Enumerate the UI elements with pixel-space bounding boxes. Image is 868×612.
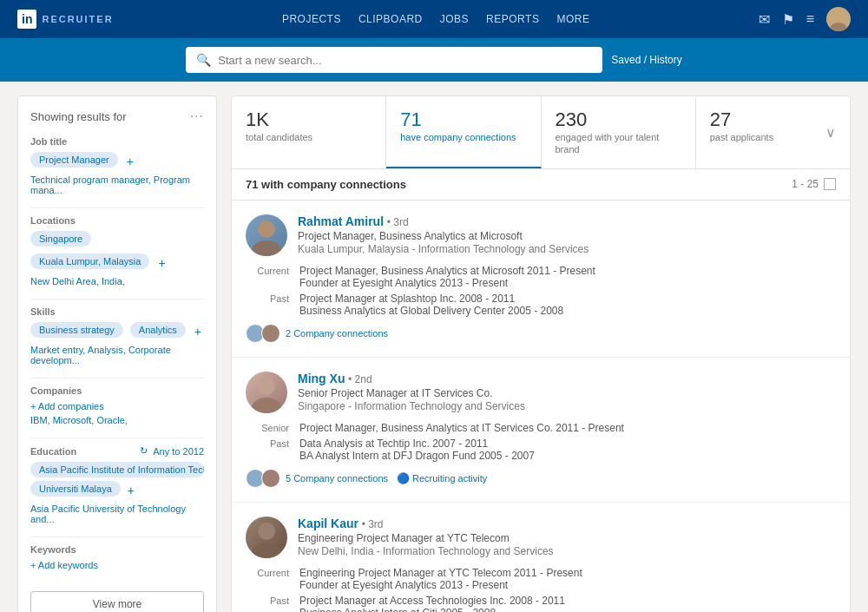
keywords-filter: Keywords + Add keywords [30,544,204,570]
stat-engaged[interactable]: 230 engaged with your talent brand [542,96,696,168]
connections-row-2: 5 Company connections 🔵 Recruiting activ… [246,469,836,488]
conn-avatar-b [261,324,280,343]
divider-4 [30,438,204,438]
edu-suggestion[interactable]: Asia Pacific University of Technology an… [30,503,204,524]
connection-avatars-2 [246,469,277,488]
nav-clipboard[interactable]: CLIPBOARD [358,13,423,25]
search-input[interactable] [218,54,592,67]
right-panel: 1K total candidates 71 have company conn… [231,95,851,612]
current-detail-2: Project Manager, Business Analytics at I… [299,422,836,434]
nav-more[interactable]: MORE [556,13,589,25]
candidate-name-1[interactable]: Rahmat Amirul [298,214,384,228]
edu-tag-2[interactable]: Universiti Malaya [30,481,121,497]
stat-engaged-number: 230 [556,109,681,131]
candidate-title-2: Senior Project Manager at IT Services Co… [298,387,836,399]
company-connections-link-2[interactable]: 5 Company connections [286,473,388,484]
candidate-avatar-1 [246,214,287,256]
job-title-tag[interactable]: Project Manager [30,152,118,168]
past-detail-2: Data Analysis at Techtip Inc. 2007 - 201… [299,438,836,462]
nav-projects[interactable]: PROJECTS [282,13,341,25]
divider-5 [30,536,204,537]
nav-right-icons: ✉ ⚑ ≡ [759,7,851,31]
conn-avatar-2b [261,469,280,488]
recruiting-text: Recruiting activity [412,473,487,484]
location-tag-singapore[interactable]: Singapore [30,231,91,247]
past-label-2: Past [246,438,289,462]
svg-point-1 [830,23,847,31]
list-icon[interactable]: ≡ [806,11,814,27]
svg-point-5 [252,398,281,413]
mail-icon[interactable]: ✉ [759,11,770,28]
search-icon: 🔍 [196,53,211,67]
locations-filter: Locations Singapore Kuala Lumpur, Malays… [30,215,204,286]
recruiting-icon: 🔵 [397,472,410,484]
skill-tag-business-strategy[interactable]: Business strategy [30,322,123,338]
main-layout: Showing results for ··· Job title Projec… [0,82,868,612]
keywords-label: Keywords [30,544,204,555]
stat-engaged-label: engaged with your talent brand [556,131,681,156]
candidate-location-1: Kuala Lumpur, Malaysia - Information Tec… [298,243,836,255]
skill-tag-analytics[interactable]: Analytics [130,322,186,338]
companies-suggestion[interactable]: IBM, Microsoft, Oracle, [30,415,204,425]
past-label-1: Past [246,293,289,317]
refresh-icon: ↻ [140,445,148,457]
svg-point-2 [258,220,275,238]
keywords-add-link[interactable]: + Add keywords [30,560,204,570]
company-connections-link-1[interactable]: 2 Company connections [286,328,388,339]
location-tag-kl[interactable]: Kuala Lumpur, Malaysia [30,253,149,269]
past-label-3: Past [246,595,289,612]
search-input-wrapper[interactable]: 🔍 [186,47,602,73]
stat-total[interactable]: 1K total candidates [232,96,386,168]
job-title-tags: Project Manager + [30,152,204,171]
candidate-name-3[interactable]: Kapil Kaur [298,517,358,530]
sidebar-title: Showing results for [30,110,127,123]
sidebar-header: Showing results for ··· [30,109,204,124]
edu-add-button[interactable]: + [128,484,135,497]
job-title-suggestion[interactable]: Technical program manager, Program mana.… [30,174,204,195]
job-title-add-button[interactable]: + [127,155,134,168]
pagination-text: 1 - 25 [792,178,819,190]
connection-avatars-1 [246,324,277,343]
view-more-button[interactable]: View more [30,591,204,612]
current-exp-3: Current Engineering Project Manager at Y… [246,567,836,591]
svg-point-3 [252,240,281,256]
skills-suggestion[interactable]: Market entry, Analysis, Corporate develo… [30,345,204,365]
saved-history-button[interactable]: Saved / History [611,54,681,66]
skills-filter: Skills Business strategy Analytics + Mar… [30,306,204,365]
candidate-card-1: Rahmat Amirul • 3rd Project Manager, Bus… [232,201,850,358]
current-exp-1: Current Project Manager, Business Analyt… [246,265,836,289]
connections-row-1: 2 Company connections [246,324,836,343]
svg-point-0 [833,10,844,21]
divider-3 [30,378,204,378]
education-date-filter[interactable]: ↻ Any to 2012 [140,445,204,457]
select-all-checkbox[interactable] [824,178,836,190]
location-add-button[interactable]: + [158,256,165,270]
nav-reports[interactable]: REPORTS [486,13,539,25]
expand-icon[interactable]: ∨ [825,124,836,141]
skills-label: Skills [30,306,204,317]
nav-jobs[interactable]: JOBS [440,13,469,25]
nav-links: PROJECTS CLIPBOARD JOBS REPORTS MORE [282,13,590,25]
skills-add-button[interactable]: + [194,325,201,339]
card-top-2: Ming Xu • 2nd Senior Project Manager at … [246,372,836,413]
user-avatar[interactable] [826,7,851,31]
edu-tag-1[interactable]: Asia Pacific Institute of Information Te… [30,462,204,477]
stat-connections[interactable]: 71 have company connections [386,96,541,168]
locations-label: Locations [30,215,204,226]
sidebar-options-button[interactable]: ··· [190,109,204,124]
candidate-degree-2: • 2nd [348,373,372,385]
candidate-title-1: Project Manager, Business Analytics at M… [298,230,836,242]
companies-add-link[interactable]: + Add companies [30,401,204,411]
recruiting-activity-badge: 🔵 Recruiting activity [397,472,487,484]
location-tags-row: Singapore Kuala Lumpur, Malaysia + [30,231,204,273]
flag-icon[interactable]: ⚑ [782,11,794,28]
stat-total-label: total candidates [246,131,312,143]
education-date-text: Any to 2012 [153,446,204,457]
candidate-title-3: Engineering Project Manager at YTC Telec… [298,532,836,544]
companies-filter: Companies + Add companies IBM, Microsoft… [30,385,204,425]
job-title-filter: Job title Project Manager + Technical pr… [30,136,204,195]
candidate-name-2[interactable]: Ming Xu [298,372,345,385]
skills-tags-row: Business strategy Analytics + [30,322,204,341]
stat-past[interactable]: 27 past applicants ∨ [696,96,850,168]
location-suggestion[interactable]: New Delhi Area, India, [30,276,204,286]
